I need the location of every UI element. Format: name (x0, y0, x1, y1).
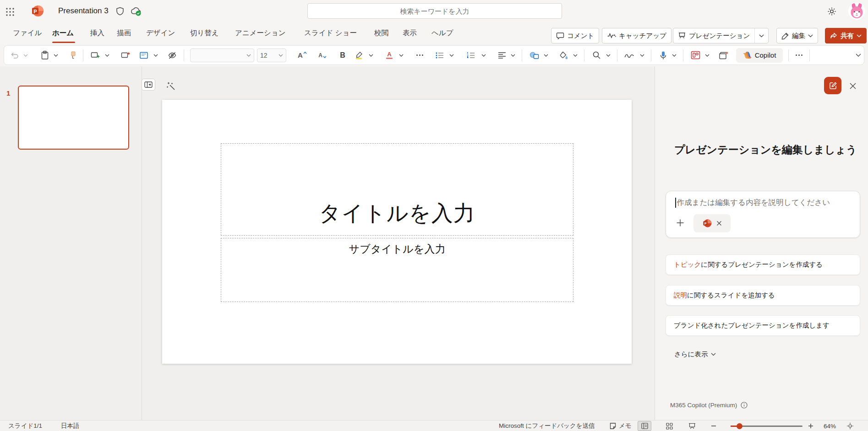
search-box[interactable] (307, 3, 562, 19)
add-content-button[interactable] (674, 217, 686, 229)
shape-fill-button[interactable] (557, 49, 569, 62)
designer-button[interactable] (689, 49, 701, 62)
more-font-options-button[interactable] (414, 49, 426, 62)
fit-to-window-button[interactable] (846, 420, 854, 431)
settings-gear-icon[interactable] (826, 5, 838, 17)
slide-canvas[interactable]: タイトルを入力 サブタイトルを入力 (162, 100, 632, 364)
shapes-button[interactable] (528, 49, 540, 62)
copilot-button[interactable]: Copilot (736, 48, 783, 63)
search-input[interactable] (308, 4, 562, 18)
notes-button[interactable]: メモ (609, 420, 632, 431)
numbering-button[interactable] (465, 49, 477, 62)
tab-file[interactable]: ファイル (13, 28, 42, 38)
font-color-dropdown[interactable] (398, 51, 404, 60)
tab-design[interactable]: デザイン (146, 28, 175, 38)
insert-template-slide-button[interactable] (718, 49, 730, 62)
align-dropdown[interactable] (510, 51, 516, 60)
highlighter-button[interactable] (353, 49, 365, 62)
document-title[interactable]: Presentation 3 (58, 6, 109, 16)
tab-animations[interactable]: アニメーション (235, 28, 286, 38)
dictate-button[interactable] (657, 49, 669, 62)
ink-button[interactable] (623, 49, 635, 62)
editing-mode-button[interactable]: 編集 (776, 28, 818, 43)
info-icon[interactable] (741, 402, 748, 409)
new-slide-button[interactable] (89, 49, 101, 62)
protection-shield-icon[interactable] (115, 6, 126, 17)
align-button[interactable] (496, 49, 508, 62)
font-size-combobox[interactable]: 12 (257, 48, 286, 62)
shapes-dropdown[interactable] (543, 51, 549, 60)
tab-insert[interactable]: 挿入 (90, 28, 104, 38)
ribbon-collapse-button[interactable] (855, 51, 862, 60)
powerpoint-logo-icon[interactable]: P (31, 5, 44, 17)
tab-help[interactable]: ヘルプ (431, 28, 453, 38)
normal-view-button[interactable] (638, 421, 651, 431)
zoom-level[interactable]: 64% (824, 420, 836, 431)
undo-button[interactable] (9, 49, 21, 62)
user-avatar[interactable] (848, 3, 865, 20)
bold-button[interactable]: B (337, 49, 349, 62)
highlighter-dropdown[interactable] (368, 51, 374, 60)
show-more-button[interactable]: さらに表示 (674, 350, 716, 359)
tab-draw[interactable]: 描画 (117, 28, 131, 38)
tab-transitions[interactable]: 切り替え (190, 28, 219, 38)
share-button[interactable]: 共有 (825, 28, 867, 43)
font-name-combobox[interactable] (190, 48, 254, 62)
find-dropdown[interactable] (605, 51, 611, 60)
paste-button[interactable] (39, 49, 51, 62)
app-launcher-icon[interactable] (4, 5, 16, 18)
tab-slideshow[interactable]: スライド ショー (304, 28, 357, 38)
slide-counter[interactable]: スライド1/1 (8, 420, 42, 431)
presentation-mode-dropdown[interactable] (754, 28, 768, 43)
slide-layout-button[interactable] (138, 49, 150, 62)
find-button[interactable] (590, 49, 602, 62)
zoom-slider[interactable] (731, 426, 802, 427)
ink-dropdown[interactable] (639, 51, 645, 60)
presentation-context-chip[interactable]: P (693, 214, 731, 232)
zoom-in-button[interactable] (808, 420, 813, 431)
suggestion-create-topic[interactable]: トピックに関するプレゼンテーションを作成する (666, 254, 860, 275)
bullets-button[interactable] (434, 49, 446, 62)
font-color-button[interactable]: A (383, 49, 395, 62)
remove-chip-icon[interactable] (716, 221, 722, 226)
slide-layout-dropdown[interactable] (153, 51, 159, 60)
suggestion-add-slide[interactable]: 説明に関するスライドを追加する (666, 285, 860, 306)
designer-wand-button[interactable] (164, 80, 178, 92)
dictate-dropdown[interactable] (671, 51, 677, 60)
decrease-font-size-button[interactable]: A (317, 49, 328, 62)
new-slide-dropdown[interactable] (104, 51, 110, 60)
increase-font-size-button[interactable]: A (296, 49, 308, 62)
slideshow-view-button[interactable] (685, 420, 699, 431)
tab-home[interactable]: ホーム (52, 28, 74, 38)
feedback-link[interactable]: Microsoft にフィードバックを送信 (499, 420, 595, 431)
title-placeholder[interactable]: タイトルを入力 (221, 143, 573, 236)
format-painter-button[interactable] (67, 49, 79, 62)
save-status-cloud-icon[interactable] (130, 6, 142, 17)
tab-review[interactable]: 校閲 (374, 28, 388, 38)
reuse-slides-button[interactable] (120, 49, 131, 62)
numbering-dropdown[interactable] (480, 51, 487, 60)
shape-fill-dropdown[interactable] (572, 51, 579, 60)
slide-thumbnail-1[interactable] (18, 86, 129, 150)
suggestion-branded-presentation[interactable]: ブランド化されたプレゼンテーションを作成します (666, 315, 860, 336)
zoom-slider-handle[interactable] (737, 423, 742, 429)
tab-view[interactable]: 表示 (403, 28, 417, 38)
hide-slide-button[interactable] (166, 49, 178, 62)
bullets-dropdown[interactable] (448, 51, 455, 60)
undo-dropdown[interactable] (22, 51, 29, 60)
presentation-mode-button[interactable]: プレゼンテーション (673, 28, 769, 43)
ribbon-overflow-button[interactable] (793, 49, 805, 62)
subtitle-placeholder[interactable]: サブタイトルを入力 (221, 238, 573, 302)
comments-button[interactable]: コメント (551, 28, 599, 43)
slide-sorter-view-button[interactable] (662, 420, 676, 431)
catch-up-button[interactable]: キャッチアップ (602, 28, 671, 43)
ribbon-tab-row: ファイル ホーム 挿入 描画 デザイン 切り替え アニメーション スライド ショ… (0, 23, 868, 44)
language-indicator[interactable]: 日本語 (61, 420, 80, 431)
paste-dropdown[interactable] (53, 51, 59, 60)
collapse-thumbnail-pane-button[interactable] (142, 79, 155, 91)
zoom-out-button[interactable] (711, 420, 716, 431)
copilot-compose-button[interactable] (824, 77, 841, 94)
copilot-prompt-input[interactable]: 作成または編集する内容を説明してください P (666, 191, 860, 238)
close-panel-button[interactable] (847, 81, 858, 92)
designer-dropdown[interactable] (704, 51, 710, 60)
